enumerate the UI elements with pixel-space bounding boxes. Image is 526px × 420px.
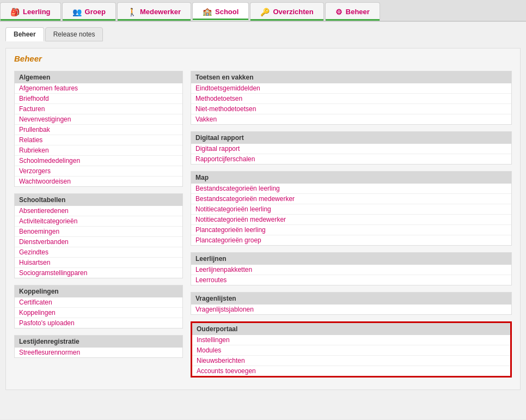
section-link[interactable]: Verzorgers [15, 166, 182, 176]
section-link[interactable]: Koppelingen [15, 308, 182, 318]
tab-color-bar [63, 19, 115, 21]
section-header: Map [191, 172, 511, 184]
section-link[interactable]: Sociogramstellingparen [15, 268, 182, 278]
section-link[interactable]: Methodetoetsen [191, 94, 511, 104]
section-lestijdenregistratie: LestijdenregistratieStreeflesurennormen [14, 335, 183, 358]
tab-color-bar [1, 19, 60, 21]
tab-label-leerling: Leerling [23, 8, 51, 16]
section-link[interactable]: Niet-methodetoetsen [191, 104, 511, 114]
top-nav-tab-leerling[interactable]: 🎒Leerling [0, 2, 61, 21]
tab-color-bar [118, 19, 191, 21]
tab-label-groep: Groep [85, 8, 106, 16]
left-column: AlgemeenAfgenomen featuresBriefhoofdFact… [14, 71, 183, 384]
section-link[interactable]: Prullenbak [15, 125, 182, 135]
section-items: Vragenlijstsjablonen [191, 305, 511, 314]
section-toetsen-en-vakken: Toetsen en vakkenEindtoetsgemiddeldenMet… [191, 71, 512, 125]
section-link[interactable]: Rapportcijferschalen [191, 154, 511, 164]
section-link[interactable]: Leerlijnenpakketten [191, 265, 511, 275]
tab-color-bar [250, 19, 323, 21]
section-items: CertificatenKoppelingenPasfoto's uploade… [15, 297, 182, 328]
section-link[interactable]: Digitaal rapport [191, 144, 511, 154]
section-items: Afgenomen featuresBriefhoofdFacturenNeve… [15, 83, 182, 186]
section-link[interactable]: Plancategorieën groep [191, 235, 511, 245]
section-koppelingen: KoppelingenCertificatenKoppelingenPasfot… [14, 285, 183, 328]
section-link[interactable]: Vakken [191, 114, 511, 124]
section-link[interactable]: Wachtwoordeisen [15, 176, 182, 186]
section-link[interactable]: Streeflesurennormen [15, 348, 182, 357]
page-title: Beheer [14, 54, 512, 63]
section-link[interactable]: Huisartsen [15, 258, 182, 268]
section-link[interactable]: Activiteitcategorieën [15, 216, 182, 227]
section-link[interactable]: Leerroutes [191, 275, 511, 285]
section-link[interactable]: Gezindtes [15, 247, 182, 258]
section-header: Toetsen en vakken [191, 71, 511, 83]
right-column: Toetsen en vakkenEindtoetsgemiddeldenMet… [191, 71, 512, 384]
section-link[interactable]: Eindtoetsgemiddelden [191, 83, 511, 94]
tab-color-bar [326, 19, 380, 21]
section-header: Ouderportaal [192, 323, 510, 335]
section-link[interactable]: Notitiecategorieën medewerker [191, 215, 511, 225]
section-vragenlijsten: VragenlijstenVragenlijstsjablonen [191, 292, 512, 315]
section-header: Koppelingen [15, 285, 182, 297]
section-link[interactable]: Nevenvestigingen [15, 114, 182, 125]
section-header: Leerlijnen [191, 253, 511, 265]
section-link[interactable]: Bestandscategorieën leerling [191, 184, 511, 194]
top-nav-tab-medewerker[interactable]: 🚶Medewerker [117, 2, 191, 21]
section-link[interactable]: Certificaten [15, 297, 182, 308]
section-link[interactable]: Vragenlijstsjablonen [191, 305, 511, 314]
top-nav-tab-groep[interactable]: 👥Groep [62, 2, 116, 21]
sub-tab-release-notes[interactable]: Release notes [45, 27, 103, 41]
section-header: Algemeen [15, 71, 182, 83]
section-header: Vragenlijsten [191, 293, 511, 305]
section-link[interactable]: Dienstverbanden [15, 237, 182, 247]
section-schooltabellen: SchooltabellenAbsentieredenenActiviteitc… [14, 193, 183, 278]
section-ouderportaal: OuderportaalInstellingenModulesNieuwsber… [191, 321, 512, 378]
section-items: Bestandscategorieën leerlingBestandscate… [191, 184, 511, 245]
section-link[interactable]: Pasfoto's uploaden [15, 318, 182, 328]
section-link[interactable]: Nieuwsberichten [192, 356, 510, 366]
section-map: MapBestandscategorieën leerlingBestandsc… [191, 171, 512, 246]
section-link[interactable]: Briefhoofd [15, 94, 182, 104]
top-nav-tab-school[interactable]: 🏫School [192, 2, 249, 21]
section-items: Streeflesurennormen [15, 348, 182, 357]
section-link[interactable]: Rubrieken [15, 145, 182, 156]
tab-icon-overzichten: 🔑 [260, 8, 270, 16]
top-nav-tab-overzichten[interactable]: 🔑Overzichten [250, 2, 323, 21]
section-link[interactable]: Instellingen [192, 335, 510, 345]
page-area: BeheerRelease notes Beheer AlgemeenAfgen… [0, 22, 526, 419]
section-header: Schooltabellen [15, 194, 182, 206]
tab-label-overzichten: Overzichten [273, 8, 313, 16]
tab-label-school: School [215, 8, 238, 16]
section-algemeen: AlgemeenAfgenomen featuresBriefhoofdFact… [14, 71, 183, 187]
tab-icon-medewerker: 🚶 [127, 8, 137, 16]
sub-tabs: BeheerRelease notes [0, 27, 526, 41]
section-link[interactable]: Bestandscategorieën medewerker [191, 194, 511, 204]
section-link[interactable]: Relaties [15, 135, 182, 145]
main-content: Beheer AlgemeenAfgenomen featuresBriefho… [5, 48, 521, 390]
section-link[interactable]: Afgenomen features [15, 83, 182, 94]
section-items: AbsentieredenenActiviteitcategorieënBeno… [15, 206, 182, 278]
section-leerlijnen: LeerlijnenLeerlijnenpakkettenLeerroutes [191, 252, 512, 285]
columns-wrapper: AlgemeenAfgenomen featuresBriefhoofdFact… [14, 71, 512, 384]
section-header: Lestijdenregistratie [15, 336, 182, 348]
sub-tab-beheer[interactable]: Beheer [5, 27, 44, 41]
tab-icon-beheer: ⚙ [335, 8, 342, 16]
tab-icon-leerling: 🎒 [10, 8, 20, 16]
section-link[interactable]: Notitiecategorieën leerling [191, 204, 511, 215]
section-link[interactable]: Accounts toevoegen [192, 366, 510, 376]
tab-icon-groep: 👥 [72, 8, 82, 16]
section-link[interactable]: Schoolmededelingen [15, 156, 182, 166]
section-link[interactable]: Plancategorieën leerling [191, 225, 511, 235]
tab-label-medewerker: Medewerker [140, 8, 181, 16]
top-nav-tab-beheer[interactable]: ⚙Beheer [325, 2, 380, 21]
section-link[interactable]: Absentieredenen [15, 206, 182, 216]
section-items: LeerlijnenpakkettenLeerroutes [191, 265, 511, 285]
section-header: Digitaal rapport [191, 132, 511, 144]
section-link[interactable]: Facturen [15, 104, 182, 114]
top-navigation: 🎒Leerling👥Groep🚶Medewerker🏫School🔑Overzi… [0, 0, 526, 22]
tab-color-bar [193, 19, 248, 20]
section-link[interactable]: Benoemingen [15, 227, 182, 237]
tab-icon-school: 🏫 [203, 7, 212, 16]
tab-label-beheer: Beheer [346, 8, 370, 16]
section-link[interactable]: Modules [192, 345, 510, 356]
